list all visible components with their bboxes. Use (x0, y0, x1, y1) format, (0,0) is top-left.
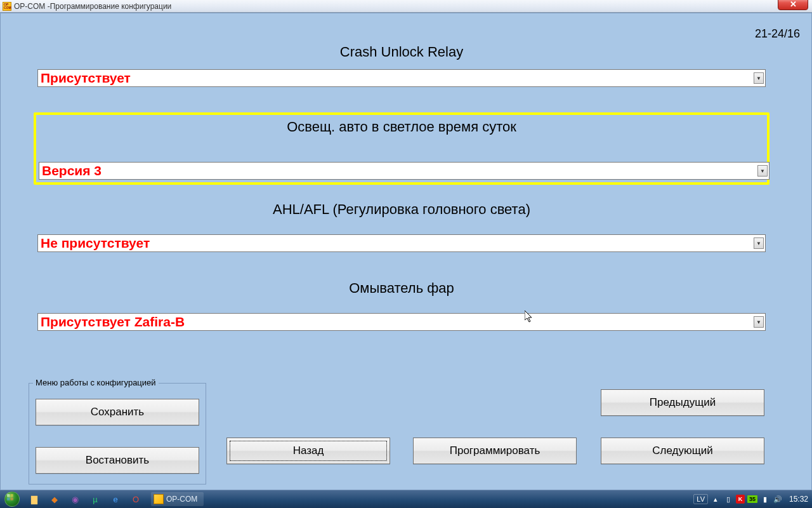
tray-clock[interactable]: 15:32 (789, 495, 808, 504)
tray-volume[interactable]: 🔊 (773, 494, 783, 504)
start-button[interactable] (0, 490, 24, 508)
button-label: Востановить (86, 454, 149, 467)
param-row-daytime-lights-highlight: Освещ. авто в светлое время суток Версия… (34, 112, 769, 185)
windows-logo-icon (4, 491, 20, 507)
chevron-up-icon: ▴ (714, 495, 717, 504)
badge-text: 35 (749, 496, 756, 502)
param-label: Crash Unlock Relay (37, 44, 766, 60)
combo-value: Присутствует (38, 70, 754, 86)
param-label: AHL/AFL (Регулировка головного света) (37, 201, 766, 218)
chevron-down-icon: ▼ (757, 165, 768, 177)
param-combo-ahl-afl[interactable]: Не присутствует ▼ (37, 234, 766, 252)
button-label: Программировать (450, 444, 540, 457)
config-menu-fieldset: Меню работы с конфигурацией Сохранить Во… (29, 383, 206, 485)
taskbar: ▇ ◆ ◉ µ e O OP-COM LV ▴ ▯ K 35 ▮ 🔊 15:32 (0, 490, 812, 508)
window-close-button[interactable]: ✕ (778, 0, 808, 10)
param-row-headlight-washer: Омыватель фар Присутствует Zafira-B ▼ (37, 280, 766, 331)
taskbar-task-opcom[interactable]: OP-COM (151, 492, 204, 506)
param-row-ahl-afl: AHL/AFL (Регулировка головного света) Не… (37, 201, 766, 252)
back-button[interactable]: Назад (226, 438, 390, 464)
folder-icon: ▇ (31, 495, 37, 504)
opera-icon: O (133, 495, 139, 504)
taskbar-pin-utorrent[interactable]: µ (86, 492, 105, 506)
program-button[interactable]: Программировать (413, 438, 577, 464)
app-icon: OPCOM (3, 2, 11, 11)
battery-icon: ▯ (726, 495, 730, 504)
tray-kaspersky[interactable]: K (736, 495, 745, 504)
ie-icon: e (113, 495, 117, 504)
param-row-crash-unlock: Crash Unlock Relay Присутствует ▼ (37, 44, 766, 87)
app-icon (154, 494, 164, 504)
button-label: Следующий (652, 444, 712, 457)
taskbar-pin-explorer[interactable]: ▇ (25, 492, 44, 506)
lang-text: LV (697, 495, 705, 503)
fieldset-legend: Меню работы с конфигурацией (33, 378, 159, 387)
param-label: Освещ. авто в светлое время суток (36, 119, 767, 135)
language-indicator[interactable]: LV (693, 494, 708, 504)
utorrent-icon: µ (93, 495, 98, 504)
param-label: Омыватель фар (37, 280, 766, 297)
combo-value: Не присутствует (38, 236, 754, 251)
window-title: OP-COM -Программирование конфигурации (14, 2, 171, 11)
taskbar-pin-ie[interactable]: e (106, 492, 125, 506)
signal-icon: ▮ (763, 495, 767, 504)
param-combo-headlight-washer[interactable]: Присутствует Zafira-B ▼ (37, 313, 766, 331)
tray-network[interactable]: ▮ (760, 494, 770, 504)
previous-button[interactable]: Предыдущий (601, 389, 764, 416)
param-combo-daytime-lights[interactable]: Версия 3 ▼ (39, 162, 769, 180)
tray-show-hidden[interactable]: ▴ (710, 494, 721, 504)
app-icon: ◆ (51, 495, 58, 504)
button-label: Сохранить (91, 406, 144, 418)
system-tray: LV ▴ ▯ K 35 ▮ 🔊 15:32 (693, 494, 812, 504)
chevron-down-icon: ▼ (754, 72, 764, 84)
app-icon: ◉ (72, 495, 79, 504)
param-combo-crash-unlock[interactable]: Присутствует ▼ (37, 69, 766, 87)
combo-value: Версия 3 (39, 163, 757, 178)
restore-button[interactable]: Востановить (36, 447, 199, 474)
close-icon: ✕ (790, 0, 797, 9)
speaker-icon: 🔊 (773, 495, 782, 504)
button-label: Назад (293, 444, 324, 457)
taskbar-pin-app-2[interactable]: ◉ (65, 492, 84, 506)
page-counter: 21-24/16 (755, 27, 800, 41)
tray-battery[interactable]: ▯ (723, 494, 733, 504)
taskbar-pin-app-1[interactable]: ◆ (45, 492, 64, 506)
taskbar-pin-opera[interactable]: O (126, 492, 145, 506)
chevron-down-icon: ▼ (754, 316, 764, 328)
next-button[interactable]: Следующий (601, 438, 764, 464)
chevron-down-icon: ▼ (754, 237, 764, 249)
save-button[interactable]: Сохранить (36, 399, 199, 425)
button-label: Предыдущий (650, 396, 716, 409)
window-titlebar: OPCOM OP-COM -Программирование конфигура… (0, 0, 812, 13)
combo-value: Присутствует Zafira-B (38, 314, 754, 330)
client-area: 21-24/16 Crash Unlock Relay Присутствует… (0, 13, 812, 490)
clock-text: 15:32 (789, 495, 808, 504)
k-icon: K (738, 496, 743, 502)
task-label: OP-COM (166, 495, 197, 504)
tray-badge[interactable]: 35 (747, 495, 757, 503)
